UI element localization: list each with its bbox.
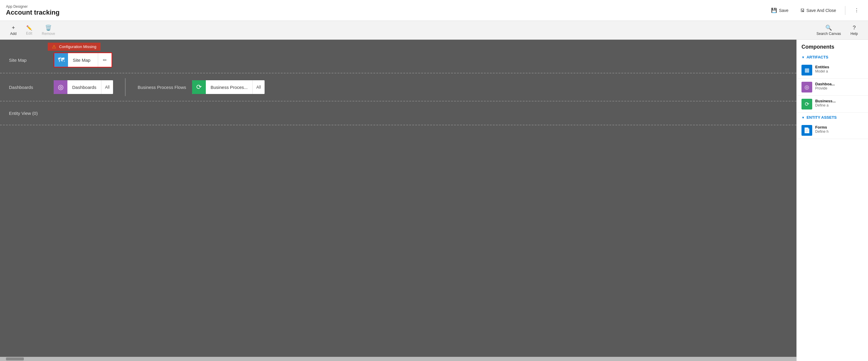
help-icon: ? xyxy=(853,25,856,31)
header-right: 💾 Save 🖫 Save And Close ⋮ xyxy=(768,6,862,15)
search-canvas-button[interactable]: 🔍 Search Canvas xyxy=(812,23,845,38)
artifacts-label: ARTIFACTS xyxy=(807,55,828,59)
artifacts-section-header[interactable]: ▼ ARTIFACTS xyxy=(797,53,868,62)
site-map-card[interactable]: 🗺 Site Map ✏ xyxy=(54,53,112,67)
header-divider xyxy=(845,6,845,15)
edit-label: Edit xyxy=(26,31,32,35)
panel-item-business[interactable]: ⟳ Business... Define a xyxy=(797,96,868,113)
bpf-label: Business Process Flows xyxy=(137,85,186,90)
save-close-label: Save And Close xyxy=(806,8,836,13)
dashboards-label: Dashboards xyxy=(9,85,48,90)
dashboards-panel-desc: Provide xyxy=(815,86,835,90)
site-map-card-label: Site Map xyxy=(68,58,98,63)
add-label: Add xyxy=(10,32,17,36)
canvas-hscroll-thumb xyxy=(6,357,24,360)
toolbar-left: + Add ✏️ Edit 🗑️ Remove xyxy=(6,23,59,38)
edit-icon: ✏️ xyxy=(26,25,32,31)
add-icon: + xyxy=(12,25,15,31)
dashboards-card-label: Dashboards xyxy=(67,85,101,90)
save-close-button[interactable]: 🖫 Save And Close xyxy=(797,6,839,14)
help-label: Help xyxy=(850,32,858,36)
panel-title: Components xyxy=(797,40,868,53)
config-missing-text: Configuration Missing xyxy=(59,44,96,49)
forms-panel-desc: Define h xyxy=(815,129,829,134)
forms-panel-name: Forms xyxy=(815,125,829,129)
toolbar-right: 🔍 Search Canvas ? Help xyxy=(812,23,862,38)
remove-label: Remove xyxy=(42,32,55,36)
dashboards-icon: ◎ xyxy=(54,80,67,94)
more-icon: ⋮ xyxy=(854,7,859,13)
artifacts-chevron-icon: ▼ xyxy=(802,56,805,59)
dashboards-panel-name: Dashboa... xyxy=(815,82,835,86)
entities-desc: Model a xyxy=(815,69,829,73)
dashboards-panel-text: Dashboa... Provide xyxy=(815,82,835,90)
panel-item-dashboards[interactable]: ◎ Dashboa... Provide xyxy=(797,79,868,96)
dashboards-all-button[interactable]: All xyxy=(101,80,113,94)
add-button[interactable]: + Add xyxy=(6,23,21,38)
bpf-card-label: Business Proces... xyxy=(206,85,252,90)
business-panel-desc: Define a xyxy=(815,103,836,108)
more-options-button[interactable]: ⋮ xyxy=(851,6,862,15)
canvas-empty-space xyxy=(0,125,797,357)
bpf-all-button[interactable]: All xyxy=(252,80,265,94)
panel-item-forms[interactable]: 📄 Forms Define h xyxy=(797,122,868,139)
sitemap-content: Site Map 🗺 Site Map ✏ xyxy=(9,53,112,67)
entities-name: Entities xyxy=(815,65,829,69)
remove-button[interactable]: 🗑️ Remove xyxy=(38,23,59,38)
help-button[interactable]: ? Help xyxy=(846,23,862,38)
entity-view-row: Entity View (0) xyxy=(0,101,797,125)
site-map-label: Site Map xyxy=(9,58,48,63)
save-button[interactable]: 💾 Save xyxy=(768,6,791,15)
forms-panel-text: Forms Define h xyxy=(815,125,829,134)
save-label: Save xyxy=(779,8,788,13)
entity-assets-label: ENTITY ASSETS xyxy=(807,115,837,120)
header: App Designer Account tracking 💾 Save 🖫 S… xyxy=(0,0,868,21)
bpf-icon: ⟳ xyxy=(192,80,206,94)
entities-text: Entities Model a xyxy=(815,65,829,73)
business-panel-name: Business... xyxy=(815,99,836,103)
main-area: ⚠ Configuration Missing Site Map 🗺 Site … xyxy=(0,40,868,361)
canvas-area[interactable]: ⚠ Configuration Missing Site Map 🗺 Site … xyxy=(0,40,797,361)
forms-panel-icon: 📄 xyxy=(802,125,812,136)
dashboards-panel-icon: ◎ xyxy=(802,82,812,92)
dashboards-bpf-row: Dashboards ◎ Dashboards All Business Pro… xyxy=(0,73,797,101)
toolbar: + Add ✏️ Edit 🗑️ Remove 🔍 Search Canvas … xyxy=(0,21,868,40)
app-name: Account tracking xyxy=(6,9,60,17)
canvas-horizontal-scrollbar[interactable] xyxy=(0,357,797,361)
right-panel: Components ▼ ARTIFACTS ▦ Entities Model … xyxy=(797,40,868,361)
entity-assets-chevron-icon: ▼ xyxy=(802,116,805,119)
app-label: App Designer xyxy=(6,4,60,9)
save-close-icon: 🖫 xyxy=(800,8,804,13)
save-icon: 💾 xyxy=(771,7,777,13)
business-panel-icon: ⟳ xyxy=(802,99,812,110)
row-separator xyxy=(125,78,126,96)
warning-icon: ⚠ xyxy=(52,44,56,50)
config-missing-banner: ⚠ Configuration Missing xyxy=(48,43,100,51)
remove-icon: 🗑️ xyxy=(45,25,52,31)
entity-assets-section-header[interactable]: ▼ ENTITY ASSETS xyxy=(797,113,868,122)
search-icon: 🔍 xyxy=(825,25,832,31)
header-left: App Designer Account tracking xyxy=(6,4,60,17)
edit-button[interactable]: ✏️ Edit xyxy=(22,23,36,37)
entities-icon: ▦ xyxy=(802,65,812,76)
entity-view-label: Entity View (0) xyxy=(9,111,48,116)
site-map-icon: 🗺 xyxy=(54,53,68,67)
panel-item-entities[interactable]: ▦ Entities Model a xyxy=(797,62,868,79)
dashboards-card[interactable]: ◎ Dashboards All xyxy=(54,80,113,94)
business-panel-text: Business... Define a xyxy=(815,99,836,108)
site-map-edit-button[interactable]: ✏ xyxy=(98,53,112,67)
site-map-row: ⚠ Configuration Missing Site Map 🗺 Site … xyxy=(0,40,797,73)
search-label: Search Canvas xyxy=(816,32,841,36)
bpf-card[interactable]: ⟳ Business Proces... All xyxy=(192,80,265,94)
